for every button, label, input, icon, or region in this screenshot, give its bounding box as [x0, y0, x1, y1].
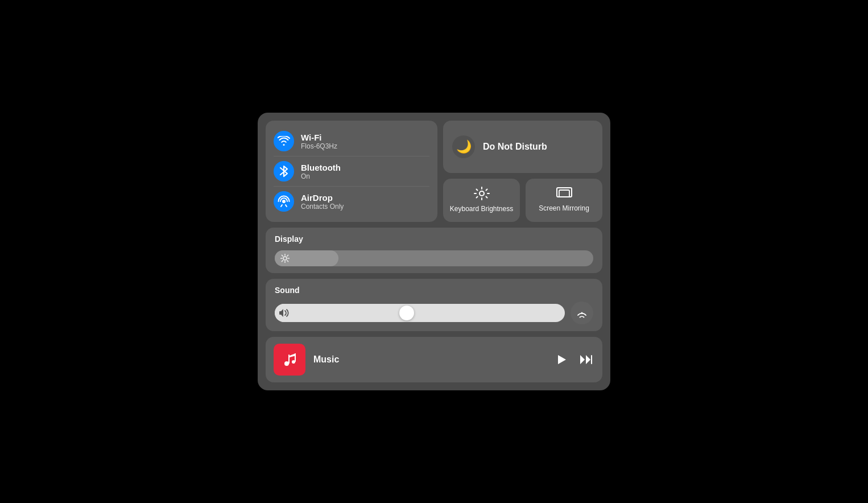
bottom-right-row: Keyboard Brightness Screen Mirroring [443, 179, 602, 222]
airdrop-subtitle: Contacts Only [301, 203, 344, 211]
music-panel: Music [266, 337, 602, 382]
display-brightness-slider[interactable] [275, 250, 593, 266]
svg-line-10 [486, 189, 487, 191]
svg-rect-28 [591, 355, 592, 364]
airdrop-title: AirDrop [301, 193, 344, 203]
bluetooth-subtitle: On [301, 172, 341, 180]
wifi-text: Wi-Fi Flos-6Q3Hz [301, 133, 337, 150]
top-row: Wi-Fi Flos-6Q3Hz Bluetooth On [266, 121, 602, 222]
wifi-title: Wi-Fi [301, 133, 337, 142]
airplay-button[interactable] [571, 302, 593, 324]
svg-line-7 [476, 189, 477, 191]
svg-point-11 [480, 191, 484, 196]
airdrop-icon [274, 191, 294, 212]
svg-point-23 [581, 312, 583, 314]
music-controls [555, 352, 594, 368]
keyboard-brightness-tile[interactable]: Keyboard Brightness [443, 179, 520, 222]
wifi-item[interactable]: Wi-Fi Flos-6Q3Hz [274, 126, 429, 156]
music-play-button[interactable] [555, 352, 569, 368]
sound-section: Sound [266, 279, 602, 331]
svg-point-24 [284, 361, 289, 366]
wifi-icon [274, 131, 294, 151]
music-skip-button[interactable] [577, 352, 594, 368]
screen-mirroring-icon [556, 187, 572, 200]
svg-line-21 [282, 261, 283, 262]
music-app-label: Music [313, 354, 547, 365]
bluetooth-title: Bluetooth [301, 163, 341, 172]
display-section: Display [266, 228, 602, 273]
brightness-icon [280, 254, 290, 263]
screen-mirroring-label: Screen Mirroring [539, 204, 589, 213]
svg-point-0 [282, 200, 286, 203]
airdrop-text: AirDrop Contacts Only [301, 193, 344, 211]
display-label: Display [275, 234, 593, 244]
bluetooth-item[interactable]: Bluetooth On [274, 156, 429, 187]
keyboard-brightness-icon [474, 187, 490, 200]
sound-volume-slider[interactable] [275, 304, 565, 322]
bluetooth-text: Bluetooth On [301, 163, 341, 180]
sound-label: Sound [275, 286, 593, 295]
right-panel: 🌙 Do Not Disturb [443, 121, 602, 222]
svg-rect-26 [288, 354, 290, 364]
svg-line-8 [486, 197, 487, 198]
music-app-icon [274, 344, 305, 376]
svg-line-19 [282, 255, 283, 256]
moon-icon: 🌙 [452, 135, 475, 158]
connectivity-panel: Wi-Fi Flos-6Q3Hz Bluetooth On [266, 121, 437, 222]
sound-slider-fill [275, 304, 406, 322]
keyboard-brightness-label: Keyboard Brightness [450, 205, 513, 214]
svg-line-22 [287, 255, 288, 256]
svg-line-2 [286, 205, 287, 207]
svg-rect-13 [559, 190, 569, 197]
screen-mirroring-tile[interactable]: Screen Mirroring [526, 179, 602, 222]
sound-row [275, 302, 593, 324]
do-not-disturb-tile[interactable]: 🌙 Do Not Disturb [443, 121, 602, 173]
svg-line-20 [287, 261, 288, 262]
wifi-subtitle: Flos-6Q3Hz [301, 142, 337, 150]
control-center: Wi-Fi Flos-6Q3Hz Bluetooth On [258, 113, 610, 390]
sound-slider-thumb [399, 306, 414, 320]
volume-icon [279, 308, 290, 318]
svg-line-9 [476, 197, 477, 198]
bluetooth-icon [274, 161, 294, 182]
airdrop-item[interactable]: AirDrop Contacts Only [274, 187, 429, 216]
dnd-label: Do Not Disturb [483, 142, 547, 152]
svg-point-14 [283, 257, 287, 260]
svg-line-1 [281, 205, 282, 207]
